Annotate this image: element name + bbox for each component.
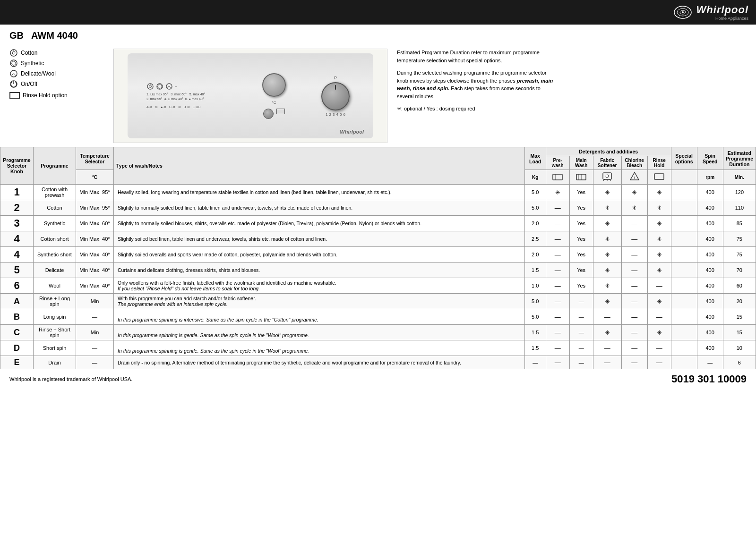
- synthetic-label: Synthetic: [21, 60, 44, 67]
- footnote: ✳: optional / Yes : dosing required: [397, 105, 558, 113]
- cell-notes: Slightly soiled bed linen, table linen a…: [114, 231, 525, 247]
- cell-prewash: —: [546, 216, 569, 231]
- cell-bleach: —: [621, 309, 647, 325]
- cell-rinse: —: [647, 356, 671, 369]
- cell-duration: 10: [723, 340, 756, 356]
- cell-temp: Min Max. 40°: [76, 263, 114, 278]
- cell-duration: 70: [723, 263, 756, 278]
- cell-temp: Min Max. 40°: [76, 278, 114, 294]
- cell-bleach: —: [621, 247, 647, 263]
- country-label: GB: [9, 30, 24, 41]
- page-footer: Whirlpool is a registered trademark of W…: [0, 369, 756, 389]
- cell-bleach: —: [621, 263, 647, 278]
- svg-rect-16: [553, 174, 562, 180]
- brand-subtitle: Home Appliances: [696, 16, 748, 21]
- cell-programme: Synthetic short: [34, 247, 76, 263]
- cell-special: [671, 263, 697, 278]
- cell-duration: 20: [723, 294, 756, 309]
- table-row: 3 Synthetic Min Max. 60° Slightly to nor…: [0, 216, 756, 231]
- cell-spin: 400: [697, 200, 723, 216]
- onoff-icon: [9, 80, 18, 88]
- panel-text-lines: 1. ⊔⊔ max 95° 3. max 60° 5. max 40° 2. m…: [146, 92, 205, 102]
- note-para1: Estimated Programme Duration refer to ma…: [397, 49, 558, 64]
- cell-fabric: ✳: [593, 278, 621, 294]
- model-name: AWM 4040: [31, 30, 78, 41]
- cell-spin: —: [697, 356, 723, 369]
- cell-prewash: —: [546, 340, 569, 356]
- header-rinse: Rinse Hold: [647, 156, 671, 170]
- cell-knob: E: [0, 356, 34, 369]
- cell-prewash: ✳: [546, 185, 569, 200]
- svg-rect-25: [654, 174, 664, 179]
- control-knob-1: [263, 109, 274, 119]
- cell-spin: 400: [697, 309, 723, 325]
- cell-bleach: —: [621, 325, 647, 340]
- cell-fabric: ✳: [593, 216, 621, 231]
- machine-panel-graphic: ~ 1. ⊔⊔ max 95° 3. max 60° 5. max 40° 2.…: [128, 53, 373, 138]
- cell-duration: 110: [723, 200, 756, 216]
- cell-knob: D: [0, 340, 34, 356]
- cell-load: 5.0: [524, 294, 546, 309]
- notes-area: Estimated Programme Duration refer to ma…: [397, 49, 558, 118]
- cell-temp: Min: [76, 325, 114, 340]
- cell-load: 2.0: [524, 247, 546, 263]
- cell-load: 2.5: [524, 231, 546, 247]
- small-controls: [263, 109, 285, 119]
- rinsehold-label: Rinse Hold option: [23, 92, 68, 99]
- cell-load: 5.0: [524, 185, 546, 200]
- cell-temp: Min Max. 40°: [76, 247, 114, 263]
- cell-rinse: —: [647, 278, 671, 294]
- cell-mainwash: Yes: [569, 185, 593, 200]
- cell-fabric: —: [593, 356, 621, 369]
- cell-notes: In this programme spinning is gentle. Sa…: [114, 325, 525, 340]
- panel-right: P 123456: [317, 76, 354, 117]
- cell-programme: Cotton with prewash: [34, 185, 76, 200]
- cell-temp: Min Max. 60°: [76, 216, 114, 231]
- table-row: 4 Cotton short Min Max. 40° Slightly soi…: [0, 231, 756, 247]
- cell-programme: Delicate: [34, 263, 76, 278]
- cell-rinse: ✳: [647, 325, 671, 340]
- panel-left: ~ 1. ⊔⊔ max 95° 3. max 60° 5. max 40° 2.…: [146, 83, 232, 109]
- cell-temp: —: [76, 340, 114, 356]
- legend-rinse-hold: Rinse Hold option: [9, 92, 104, 99]
- cell-programme: Rinse + Short spin: [34, 325, 76, 340]
- cell-fabric: ✳: [593, 185, 621, 200]
- cell-duration: 75: [723, 231, 756, 247]
- cell-special: [671, 216, 697, 231]
- cell-special: [671, 231, 697, 247]
- cell-mainwash: Yes: [569, 278, 593, 294]
- cell-rinse: ✳: [647, 247, 671, 263]
- cell-fabric: ✳: [593, 263, 621, 278]
- header-detergents: Detergents and additives: [546, 147, 671, 156]
- header-notes: Type of wash/Notes: [114, 147, 525, 185]
- cell-rinse: —: [647, 309, 671, 325]
- header-dur-unit: Min.: [723, 170, 756, 185]
- cell-bleach: ✳: [621, 200, 647, 216]
- svg-point-12: [149, 85, 152, 88]
- cell-notes: With this programme you can add starch a…: [114, 294, 525, 309]
- cell-load: 1.5: [524, 263, 546, 278]
- panel-middle: °C: [250, 73, 298, 119]
- knob-scale: 123456: [326, 112, 345, 117]
- cell-bleach: ✳: [621, 185, 647, 200]
- header-spin-unit: rpm: [697, 170, 723, 185]
- cell-fabric: ✳: [593, 231, 621, 247]
- cell-temp: Min Max. 95°: [76, 200, 114, 216]
- svg-point-3: [682, 11, 684, 13]
- table-header-row1: Programme Selector Knob Programme Temper…: [0, 147, 756, 156]
- cell-programme: Synthetic: [34, 216, 76, 231]
- cell-knob: C: [0, 325, 34, 340]
- legend-area: Cotton Synthetic Delicate/Wool On/Off Ri…: [9, 49, 104, 101]
- cell-programme: Drain: [34, 356, 76, 369]
- legend-synthetic: Synthetic: [9, 59, 104, 68]
- panel-brand: Whirlpool: [340, 129, 364, 135]
- page-header: Whirlpool Home Appliances: [0, 0, 756, 25]
- cell-mainwash: Yes: [569, 263, 593, 278]
- cell-prewash: —: [546, 263, 569, 278]
- cell-programme: Cotton: [34, 200, 76, 216]
- header-special-unit: [671, 170, 697, 185]
- top-section: Cotton Synthetic Delicate/Wool On/Off Ri…: [0, 41, 756, 147]
- cell-prewash: —: [546, 200, 569, 216]
- cell-mainwash: —: [569, 325, 593, 340]
- header-bleach: Chlorine Bleach: [621, 156, 647, 170]
